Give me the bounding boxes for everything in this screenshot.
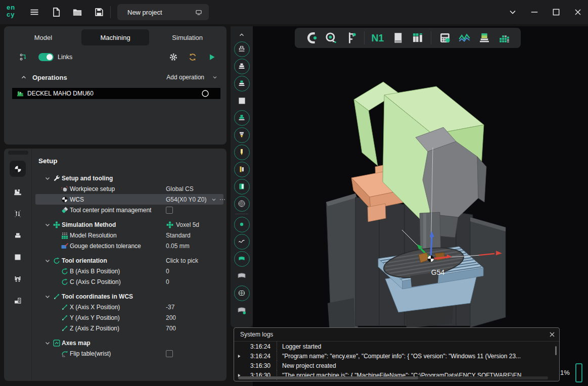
row-value[interactable]: 200 bbox=[166, 314, 176, 321]
minimize-button[interactable] bbox=[529, 7, 540, 17]
scroll-up-button[interactable] bbox=[238, 29, 245, 40]
tree-row-axis-b[interactable]: B (Axis B Position) 0 bbox=[35, 266, 223, 276]
chevron-down-icon[interactable] bbox=[211, 74, 218, 81]
close-button[interactable] bbox=[572, 7, 583, 17]
chevron-down-icon[interactable] bbox=[210, 196, 217, 203]
tree-row-tool-center-point[interactable]: Tool center point management bbox=[35, 205, 223, 215]
wcs-value-dropdown[interactable]: G54(X0 Y0 Z0) bbox=[166, 196, 206, 203]
add-operation-button[interactable]: Add operation bbox=[166, 74, 204, 81]
play-icon[interactable] bbox=[207, 53, 216, 62]
nc-program-icon[interactable]: N1 bbox=[371, 31, 384, 44]
tree-row-flip-table[interactable]: Flip table(wrist) bbox=[35, 348, 223, 359]
drill-bit-button[interactable] bbox=[234, 143, 250, 161]
chevron-up-icon[interactable] bbox=[20, 74, 27, 81]
row-value[interactable]: 700 bbox=[166, 325, 176, 332]
chevron-down-icon[interactable] bbox=[43, 174, 52, 182]
row-value[interactable]: -37 bbox=[166, 304, 174, 311]
sync-icon[interactable] bbox=[188, 53, 197, 62]
vertical-scrollbar[interactable] bbox=[555, 346, 557, 355]
tree-row-workpiece-setup[interactable]: Workpiece setup Global CS bbox=[35, 183, 223, 194]
calculator-icon[interactable] bbox=[438, 31, 451, 44]
tool-holder-green-button[interactable] bbox=[234, 109, 250, 126]
sheet-icon[interactable] bbox=[391, 31, 404, 44]
open-folder-icon[interactable] bbox=[72, 7, 82, 17]
surface-point-button[interactable] bbox=[237, 302, 247, 319]
tree-group-tool-coordinates[interactable]: Tool coordinates in WCS bbox=[35, 291, 223, 302]
countersink-tool-button[interactable] bbox=[234, 126, 250, 143]
maximize-button[interactable] bbox=[551, 7, 562, 17]
collapse-ribbon-icon[interactable] bbox=[507, 7, 518, 17]
tree-group-axes-map[interactable]: Axes map bbox=[35, 337, 223, 348]
logs-header[interactable]: System logs bbox=[234, 328, 559, 342]
chevron-down-icon[interactable] bbox=[43, 293, 52, 301]
more-options-icon[interactable] bbox=[218, 196, 227, 203]
sidebar-item-axes-swap[interactable] bbox=[10, 206, 26, 222]
measure-tape-icon[interactable] bbox=[325, 31, 338, 44]
magnet-snap-icon[interactable] bbox=[304, 31, 318, 44]
tool-holder-outline-button[interactable] bbox=[234, 40, 250, 58]
row-value[interactable]: Voxel 5d bbox=[176, 221, 199, 228]
point-button[interactable] bbox=[234, 216, 250, 233]
new-file-icon[interactable] bbox=[51, 7, 61, 17]
tool-holder-green-top-button[interactable] bbox=[234, 75, 250, 92]
menu-icon[interactable] bbox=[29, 7, 39, 17]
tool-center-point-checkbox[interactable] bbox=[166, 207, 173, 214]
tree-row-axis-c[interactable]: C (Axis C Position) 0 bbox=[35, 276, 223, 287]
expand-triangle-icon[interactable] bbox=[237, 354, 242, 359]
sidebar-item-wcs[interactable] bbox=[10, 161, 26, 177]
project-name-field[interactable]: New project bbox=[117, 4, 209, 20]
tool-bits-icon[interactable] bbox=[411, 31, 424, 44]
statistics-bars-icon[interactable] bbox=[498, 31, 511, 44]
tool-assembly-button[interactable] bbox=[234, 161, 250, 178]
operation-item-machine[interactable]: DECKEL MAHO DMU60 bbox=[12, 88, 220, 99]
tree-row-axis-z[interactable]: Z (Axis Z Position) 700 bbox=[35, 323, 223, 333]
row-value[interactable]: 0 bbox=[166, 268, 169, 275]
surface-green-button[interactable] bbox=[234, 250, 250, 267]
row-value[interactable]: Global CS bbox=[166, 185, 194, 192]
links-toggle[interactable] bbox=[38, 53, 54, 61]
toolpath-graph-icon[interactable] bbox=[458, 31, 471, 44]
tree-group-simulation-method[interactable]: Simulation Method Voxel 5d bbox=[35, 219, 223, 230]
chevron-down-icon[interactable] bbox=[43, 221, 52, 229]
tree-row-gouge-tolerance[interactable]: Gouge detection tolerance 0.05 mm bbox=[35, 240, 223, 251]
link-nodes-icon[interactable] bbox=[19, 53, 27, 61]
log-row[interactable]: 3:16:30 New project created bbox=[234, 361, 559, 370]
horizontal-scrollbar[interactable] bbox=[238, 376, 548, 379]
log-row[interactable]: 3:16:24 Logger started bbox=[234, 342, 559, 351]
drag-handle[interactable] bbox=[8, 151, 28, 155]
hatched-circle-button[interactable] bbox=[234, 195, 250, 212]
chevron-down-icon[interactable] bbox=[43, 339, 52, 347]
surface-gray-button[interactable] bbox=[237, 267, 247, 284]
tree-row-wcs[interactable]: WCS G54(X0 Y0 Z0) bbox=[35, 194, 223, 205]
settings-gear-icon[interactable] bbox=[169, 53, 178, 62]
tool-holder-gradient-icon[interactable] bbox=[478, 31, 491, 44]
tree-group-setup-and-tooling[interactable]: Setup and tooling bbox=[35, 173, 223, 183]
curve-button[interactable] bbox=[234, 233, 250, 250]
sidebar-item-stock[interactable] bbox=[10, 227, 26, 244]
tab-model[interactable]: Model bbox=[9, 29, 77, 45]
close-icon[interactable] bbox=[548, 330, 556, 339]
row-value[interactable]: Click to pick bbox=[166, 257, 198, 264]
tool-library-button[interactable] bbox=[234, 178, 250, 195]
save-icon[interactable] bbox=[94, 7, 104, 17]
flip-table-checkbox[interactable] bbox=[166, 350, 173, 357]
stock-square-button[interactable] bbox=[238, 92, 246, 109]
chevron-down-icon[interactable] bbox=[43, 257, 52, 265]
log-row[interactable]: 3:16:24 "Program name": "ency.exe", "Com… bbox=[234, 351, 559, 361]
radio-circle-icon[interactable] bbox=[201, 89, 209, 98]
sidebar-item-workpiece[interactable] bbox=[10, 249, 26, 265]
row-value[interactable]: Standard bbox=[166, 232, 191, 239]
tree-group-tool-orientation[interactable]: Tool orientation Click to pick bbox=[35, 255, 223, 266]
sidebar-item-stock-hatch[interactable] bbox=[10, 293, 26, 309]
tree-row-axis-y[interactable]: Y (Axis Y Position) 200 bbox=[35, 312, 223, 323]
sidebar-item-machine[interactable] bbox=[10, 184, 26, 200]
sidebar-item-fixture[interactable] bbox=[10, 271, 26, 287]
mesh-surface-button[interactable] bbox=[234, 284, 250, 302]
row-value[interactable]: 0.05 mm bbox=[166, 243, 190, 250]
tree-row-axis-x[interactable]: X (Axis X Position) -37 bbox=[35, 302, 223, 312]
row-value[interactable]: 0 bbox=[166, 278, 169, 285]
tab-machining[interactable]: Machining bbox=[81, 29, 150, 45]
tree-row-model-resolution[interactable]: Model Resolution Standard bbox=[35, 230, 223, 240]
caliper-icon[interactable] bbox=[344, 31, 357, 44]
tool-holder-white-button[interactable] bbox=[234, 58, 250, 75]
